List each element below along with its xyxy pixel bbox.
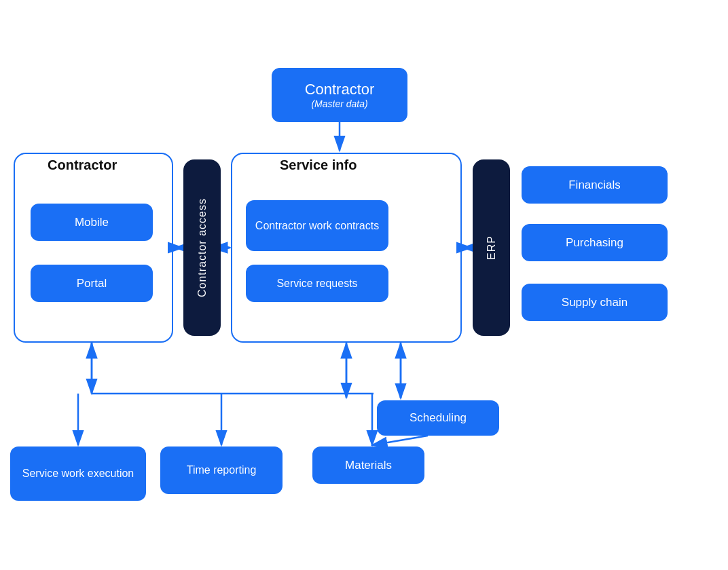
contractor-master-box: Contractor (Master data) — [272, 68, 407, 122]
contractor-access-pill: Contractor access — [183, 159, 221, 336]
diagram: Contractor (Master data) Contractor Mobi… — [0, 0, 728, 570]
mobile-box: Mobile — [31, 204, 153, 241]
financials-box: Financials — [522, 166, 668, 204]
scheduling-box: Scheduling — [377, 400, 499, 436]
service-work-execution-box: Service work execution — [10, 446, 146, 501]
svg-line-17 — [372, 436, 428, 445]
portal-box: Portal — [31, 265, 153, 302]
contractor-work-contracts-box: Contractor work contracts — [246, 200, 388, 251]
service-requests-box: Service requests — [246, 265, 388, 302]
contractor-section — [14, 153, 173, 343]
contractor-master-label: Contractor — [305, 81, 375, 98]
contractor-master-sublabel: (Master data) — [305, 98, 375, 109]
materials-box: Materials — [312, 446, 424, 484]
erp-pill: ERP — [473, 159, 510, 336]
purchasing-box: Purchasing — [522, 224, 668, 261]
service-info-title: Service info — [280, 157, 357, 173]
contractor-section-title: Contractor — [48, 157, 117, 173]
time-reporting-box: Time reporting — [160, 446, 283, 494]
supply-chain-box: Supply chain — [522, 284, 668, 321]
